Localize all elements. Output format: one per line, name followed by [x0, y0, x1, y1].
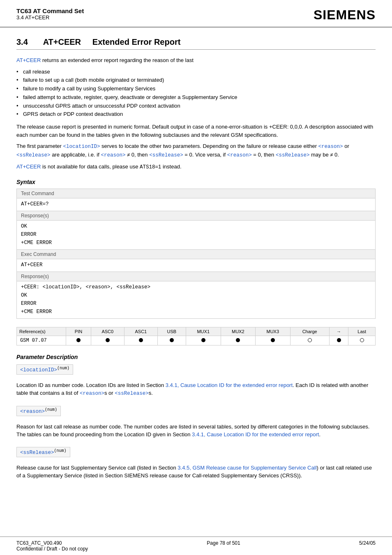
body-paragraph-3: AT+CEER is not available for data calls,… — [16, 163, 376, 171]
param-reason-ref2: <reason> — [101, 152, 125, 158]
doc-section-ref: 3.4 AT+CEER — [16, 14, 84, 21]
exec-command-header: Exec Command — [17, 249, 376, 259]
ref-gsm-usb — [157, 336, 186, 345]
ref-col-arrow: → — [329, 327, 348, 336]
param-block-ssrelease: <ssRelease>(num) Release cause for last … — [16, 447, 376, 480]
ref-col-pin: PIN — [66, 327, 91, 336]
header-title-block: TC63 AT Command Set 3.4 AT+CEER — [16, 7, 84, 21]
param-ssrelease-desc: Release cause for last Supplementary Ser… — [16, 464, 376, 480]
section-subtitle: Extended Error Report — [92, 37, 180, 46]
doc-title: TC63 AT Command Set — [16, 7, 84, 14]
param-reason-ref1: <reason> — [318, 144, 343, 150]
dot-filled-icon — [139, 338, 143, 342]
param-ssrelease-ref3: <ssRelease> — [276, 152, 310, 158]
ref-col-usb: USB — [157, 327, 186, 336]
param-locationid-ref: <locationID> — [63, 144, 100, 150]
test-command-value: AT+CEER=? — [17, 198, 376, 211]
ref-col-asc0: ASC0 — [91, 327, 124, 336]
param-reason-ref3: <reason> — [227, 152, 252, 158]
param-ssrelease-ref2: <ssRelease> — [149, 152, 183, 158]
ref-col-charge: Charge — [290, 327, 329, 336]
ref-col-mux3: MUX3 — [256, 327, 291, 336]
resp-cme-error: +CME ERROR — [21, 240, 52, 246]
param-block-reason: <reason>(num) Reason for last call relea… — [16, 406, 376, 439]
section-title: 3.4 AT+CEER Extended Error Report — [16, 37, 376, 50]
param-box-reason: <reason>(num) — [16, 406, 376, 419]
syntax-table: Test Command AT+CEER=? Response(s) OK ER… — [16, 189, 376, 319]
footer-confidential: Confidential / Draft - Do not copy — [16, 546, 88, 552]
list-item: failed attempt to activate, register, qu… — [16, 93, 376, 102]
dot-filled-icon — [236, 338, 240, 342]
syntax-heading: Syntax — [16, 179, 376, 185]
intro-paragraph: AT+CEER returns an extended error report… — [16, 56, 376, 64]
resp-error: ERROR — [21, 232, 37, 237]
param-desc-heading: Parameter Description — [16, 354, 376, 360]
footer-page-num: Page 78 of 501 — [207, 540, 240, 552]
param-ssrelease-ref1: <ssRelease> — [16, 152, 51, 158]
ref-col-asc1: ASC1 — [124, 327, 157, 336]
footer-left-block: TC63_ATC_V00.490 Confidential / Draft - … — [16, 540, 88, 552]
ref-gsm-last — [348, 336, 376, 345]
exec-response-header: Response(s) — [17, 272, 376, 281]
list-item: call release — [16, 68, 376, 76]
ref-gsm-asc1 — [124, 336, 157, 345]
ref-gsm-charge — [290, 336, 329, 345]
ref-gsm-arrow — [329, 336, 348, 345]
ref-gsm-mux3 — [256, 336, 291, 345]
section-345-link[interactable]: 3.4.5, GSM Release cause for Supplementa… — [178, 465, 316, 471]
dot-filled-icon — [106, 338, 110, 342]
ref-col-label: Reference(s) — [17, 327, 66, 336]
footer-doc-id: TC63_ATC_V00.490 — [16, 540, 88, 546]
list-item: failure to set up a call (both mobile or… — [16, 76, 376, 85]
ref-gsm-label: GSM 07.07 — [17, 336, 66, 345]
exec-command-value: AT+CEER — [17, 259, 376, 272]
body-para3-text: is not available for data calls, please … — [42, 164, 140, 170]
list-item: unsuccessful GPRS attach or unsuccessful… — [16, 102, 376, 111]
dot-filled-icon — [271, 338, 275, 342]
body-paragraph-2: The first parameter <locationID> serves … — [16, 142, 376, 159]
param-locationid-desc: Location ID as number code. Location IDs… — [16, 381, 376, 398]
reference-table: Reference(s) PIN ASC0 ASC1 USB MUX1 MUX2… — [16, 327, 376, 345]
brand-logo: SIEMENS — [314, 7, 376, 23]
ref-gsm-pin — [66, 336, 91, 345]
section-341-link[interactable]: 3.4.1, Cause Location ID for the extende… — [166, 382, 293, 388]
exec-resp-ceer: +CEER: <locationID>, <reason>, <ssReleas… — [21, 284, 150, 290]
ref-col-mux1: MUX1 — [186, 327, 221, 336]
ref-gsm-mux1 — [186, 336, 221, 345]
dot-empty-icon — [308, 338, 312, 342]
body-para3-text2: =1 instead. — [155, 164, 182, 170]
page-footer: TC63_ATC_V00.490 Confidential / Draft - … — [0, 537, 392, 555]
dot-filled-icon — [170, 338, 174, 342]
reason-code: <reason> — [80, 391, 104, 396]
resp-ok: OK — [21, 223, 27, 229]
ref-gsm-asc0 — [91, 336, 124, 345]
list-item: failure to modify a call by using Supple… — [16, 85, 376, 93]
intro-text: returns an extended error report regardi… — [42, 57, 194, 63]
page-header: TC63 AT Command Set 3.4 AT+CEER SIEMENS — [0, 0, 392, 28]
body-paragraph-1: The release cause report is presented in… — [16, 123, 376, 139]
dot-filled-icon — [201, 338, 205, 342]
test-command-header: Test Command — [17, 189, 376, 198]
exec-resp-error: ERROR — [21, 301, 37, 306]
atceer-link-3[interactable]: AT+CEER — [16, 164, 41, 170]
section-command: AT+CEER — [43, 37, 81, 46]
param-box-ssrelease: <ssRelease>(num) — [16, 447, 376, 461]
param-block-locationid: <locationID>(num) Location ID as number … — [16, 364, 376, 398]
exec-resp-ok: OK — [21, 292, 27, 298]
feature-list: call release failure to set up a call (b… — [16, 68, 376, 119]
ats18-ref: ATS18 — [140, 164, 155, 170]
section-341-link2[interactable]: 3.4.1, Cause Location ID for the extende… — [192, 431, 319, 438]
list-item: GPRS detach or PDP context deactivation — [16, 110, 376, 119]
dot-filled-icon — [337, 338, 341, 342]
param-box-locationid: <locationID>(num) — [16, 364, 376, 378]
main-content: 3.4 AT+CEER Extended Error Report AT+CEE… — [0, 28, 392, 500]
ref-col-last: Last — [348, 327, 376, 336]
dot-empty-icon — [360, 338, 364, 342]
section-number: 3.4 — [16, 37, 28, 46]
atceer-link-intro[interactable]: AT+CEER — [16, 57, 41, 63]
test-response-values: OK ERROR +CME ERROR — [17, 220, 376, 249]
test-response-header: Response(s) — [17, 211, 376, 220]
footer-date: 5/24/05 — [359, 540, 376, 552]
ref-col-mux2: MUX2 — [221, 327, 256, 336]
dot-filled-icon — [76, 338, 81, 342]
